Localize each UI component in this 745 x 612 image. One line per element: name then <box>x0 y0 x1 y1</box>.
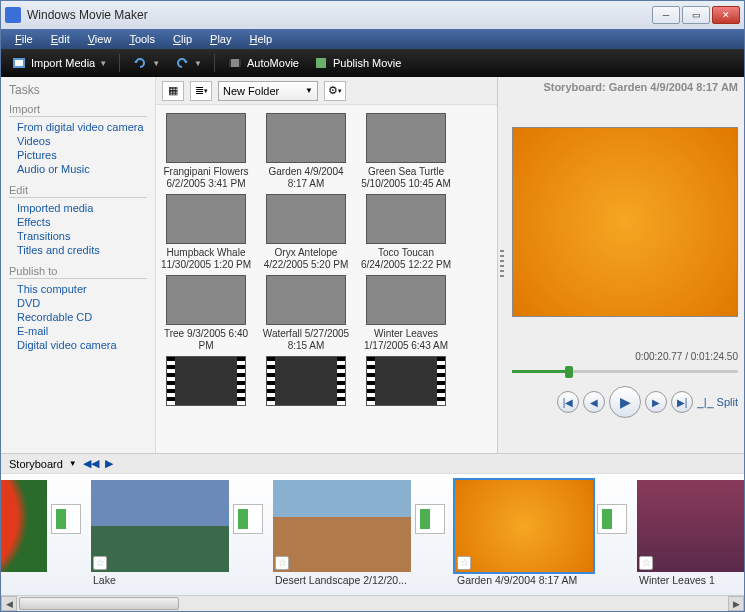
tasks-link[interactable]: From digital video camera <box>9 120 147 134</box>
preview-monitor <box>512 127 738 317</box>
close-button[interactable]: ✕ <box>712 6 740 24</box>
menu-view[interactable]: View <box>80 31 120 47</box>
rewind-button[interactable]: ◀ <box>583 391 605 413</box>
collection-item[interactable] <box>260 356 352 409</box>
split-icon: ⎯|⎯ <box>697 396 714 408</box>
collection-item[interactable]: Winter Leaves 1/17/2005 6:43 AM <box>360 275 452 352</box>
tasks-link[interactable]: Titles and credits <box>9 243 147 257</box>
collection-item[interactable] <box>360 356 452 409</box>
collection-pane: ▦ ≣▾ New Folder ▼ ⚙▾ Frangipani Flowers … <box>156 77 498 453</box>
effect-indicator-icon[interactable]: ☆ <box>639 556 653 570</box>
storyboard-rewind-button[interactable]: ◀◀ <box>83 457 99 470</box>
menu-edit[interactable]: Edit <box>43 31 78 47</box>
maximize-button[interactable]: ▭ <box>682 6 710 24</box>
undo-icon <box>132 55 148 71</box>
collection-item[interactable]: Waterfall 5/27/2005 8:15 AM <box>260 275 352 352</box>
next-frame-button[interactable]: ▶| <box>671 391 693 413</box>
chevron-down-icon: ▼ <box>152 59 160 68</box>
storyboard-scrollbar[interactable]: ◀ ▶ <box>1 595 744 611</box>
storyboard-play-button[interactable]: ▶ <box>105 457 113 470</box>
view-thumbnails-button[interactable]: ▦ <box>162 81 184 101</box>
clip-thumbnail: ☆ <box>273 480 411 572</box>
tasks-link[interactable]: This computer <box>9 282 147 296</box>
tasks-link[interactable]: Audio or Music <box>9 162 147 176</box>
transition-slot[interactable] <box>51 474 87 534</box>
import-media-button[interactable]: Import Media ▼ <box>7 53 111 73</box>
publish-movie-button[interactable]: Publish Movie <box>309 53 405 73</box>
thumbnail-image <box>266 194 346 244</box>
storyboard-clip[interactable]: ☆Lake <box>87 474 233 588</box>
tasks-link[interactable]: Transitions <box>9 229 147 243</box>
menu-play[interactable]: Play <box>202 31 239 47</box>
effect-indicator-icon[interactable]: ☆ <box>457 556 471 570</box>
thumbnail-image <box>266 356 346 406</box>
transition-slot[interactable] <box>233 474 269 534</box>
collection-item[interactable] <box>160 356 252 409</box>
play-button[interactable]: ▶ <box>609 386 641 418</box>
collection-item[interactable]: Humpback Whale 11/30/2005 1:20 PM <box>160 194 252 271</box>
tasks-link[interactable]: DVD <box>9 296 147 310</box>
menu-tools[interactable]: Tools <box>121 31 163 47</box>
undo-button[interactable]: ▼ <box>128 53 164 73</box>
forward-button[interactable]: ▶ <box>645 391 667 413</box>
storyboard-strip: ☆erfly☆Lake☆Desert Landscape 2/12/20...☆… <box>1 473 744 611</box>
menu-bar: File Edit View Tools Clip Play Help <box>1 29 744 49</box>
redo-button[interactable]: ▼ <box>170 53 206 73</box>
tasks-link[interactable]: Imported media <box>9 201 147 215</box>
scroll-thumb[interactable] <box>19 597 179 610</box>
preview-title: Storyboard: Garden 4/9/2004 8:17 AM <box>512 79 738 97</box>
main-toolbar: Import Media ▼ ▼ ▼ AutoMovie Publish Mov… <box>1 49 744 77</box>
storyboard-clip[interactable]: ☆Desert Landscape 2/12/20... <box>269 474 415 588</box>
storyboard-clip[interactable]: ☆erfly <box>1 474 51 588</box>
clip-thumbnail: ☆ <box>91 480 229 572</box>
tasks-link[interactable]: E-mail <box>9 324 147 338</box>
svg-rect-3 <box>229 59 231 67</box>
thumbnail-image <box>166 113 246 163</box>
collection-thumbnails: Frangipani Flowers 6/2/2005 3:41 PMGarde… <box>156 105 497 453</box>
automovie-button[interactable]: AutoMovie <box>223 53 303 73</box>
view-details-button[interactable]: ≣▾ <box>190 81 212 101</box>
tasks-link[interactable]: Digital video camera <box>9 338 147 352</box>
effect-indicator-icon[interactable]: ☆ <box>275 556 289 570</box>
prev-frame-button[interactable]: |◀ <box>557 391 579 413</box>
collection-item[interactable]: Green Sea Turtle 5/10/2005 10:45 AM <box>360 113 452 190</box>
thumbnail-image <box>366 275 446 325</box>
tasks-title: Tasks <box>9 83 147 97</box>
clip-caption: erfly <box>1 572 47 586</box>
transition-slot[interactable] <box>597 474 633 534</box>
minimize-button[interactable]: ─ <box>652 6 680 24</box>
tasks-link[interactable]: Effects <box>9 215 147 229</box>
menu-clip[interactable]: Clip <box>165 31 200 47</box>
thumbnail-caption: Frangipani Flowers 6/2/2005 3:41 PM <box>160 166 252 190</box>
split-button[interactable]: ⎯|⎯ Split <box>697 396 738 408</box>
collection-item[interactable]: Garden 4/9/2004 8:17 AM <box>260 113 352 190</box>
thumbnail-image <box>166 356 246 406</box>
splitter-handle[interactable] <box>498 77 506 453</box>
scroll-left-button[interactable]: ◀ <box>1 596 17 611</box>
tasks-link[interactable]: Recordable CD <box>9 310 147 324</box>
svg-rect-4 <box>239 59 241 67</box>
folder-selector[interactable]: New Folder ▼ <box>218 81 318 101</box>
collection-item[interactable]: Toco Toucan 6/24/2005 12:22 PM <box>360 194 452 271</box>
storyboard-clip[interactable]: ☆Winter Leaves 1 <box>633 474 744 588</box>
preview-seek-bar[interactable] <box>512 366 738 376</box>
storyboard-clip[interactable]: ☆Garden 4/9/2004 8:17 AM <box>451 474 597 588</box>
app-icon <box>5 7 21 23</box>
menu-file[interactable]: File <box>7 31 41 47</box>
menu-help[interactable]: Help <box>241 31 280 47</box>
tasks-link[interactable]: Pictures <box>9 148 147 162</box>
tasks-link[interactable]: Videos <box>9 134 147 148</box>
chevron-down-icon: ▼ <box>99 59 107 68</box>
collection-item[interactable]: Oryx Antelope 4/22/2005 5:20 PM <box>260 194 352 271</box>
collection-item[interactable]: Frangipani Flowers 6/2/2005 3:41 PM <box>160 113 252 190</box>
effect-indicator-icon[interactable]: ☆ <box>93 556 107 570</box>
collection-options-button[interactable]: ⚙▾ <box>324 81 346 101</box>
svg-rect-5 <box>316 58 326 68</box>
thumbnail-image <box>166 194 246 244</box>
tasks-group-import: Import <box>9 103 147 117</box>
transition-slot[interactable] <box>415 474 451 534</box>
scroll-right-button[interactable]: ▶ <box>728 596 744 611</box>
storyboard-dropdown[interactable]: ▼ <box>69 459 77 468</box>
collection-item[interactable]: Tree 9/3/2005 6:40 PM <box>160 275 252 352</box>
clip-thumbnail: ☆ <box>1 480 47 572</box>
